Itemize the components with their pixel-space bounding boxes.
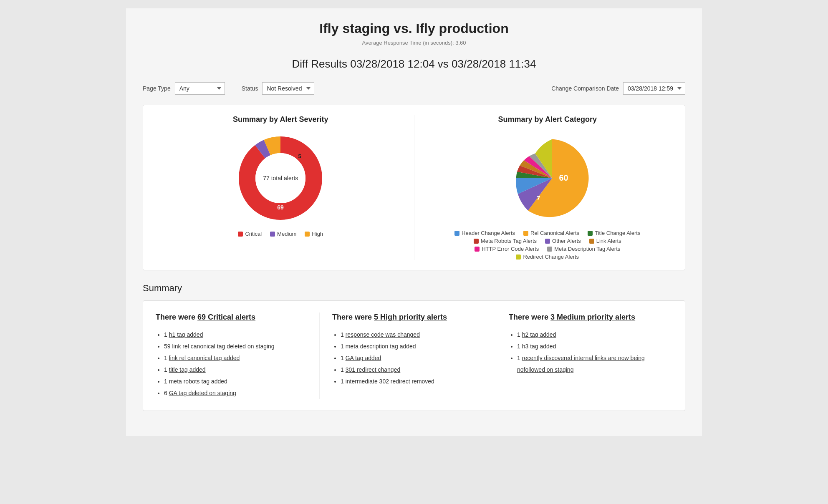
- legend-redirect: Redirect Change Alerts: [516, 254, 579, 260]
- status-select[interactable]: Not Resolved: [262, 82, 314, 95]
- severity-chart-title: Summary by Alert Severity: [156, 115, 406, 124]
- list-item: 1 link rel canonical tag added: [164, 352, 307, 364]
- list-item: 6 GA tag deleted on staging: [164, 387, 307, 399]
- category-legend: Header Change Alerts Rel Canonical Alert…: [423, 230, 673, 260]
- header-label: Header Change Alerts: [462, 230, 515, 236]
- redirect-302-link[interactable]: intermediate 302 redirect removed: [346, 378, 434, 385]
- meta-robots-label: Meta Robots Tag Alerts: [481, 238, 537, 244]
- redirect-301-link[interactable]: 301 redirect changed: [346, 366, 401, 373]
- medium-label: Medium: [277, 231, 296, 237]
- medium-alert-list: 1 h2 tag added 1 h3 tag added 1 recently…: [509, 329, 660, 375]
- cat-legend-row-2: Meta Robots Tag Alerts Other Alerts Link…: [423, 238, 673, 244]
- other-label: Other Alerts: [552, 238, 581, 244]
- h1-tag-link[interactable]: h1 tag added: [169, 331, 203, 338]
- cat-legend-row-3: HTTP Error Code Alerts Meta Description …: [423, 246, 673, 252]
- charts-section: Summary by Alert Severity: [143, 105, 685, 270]
- list-item: 1 h2 tag added: [517, 329, 660, 340]
- title-tag-link[interactable]: title tag added: [169, 366, 206, 373]
- link-rel-canonical-added-link[interactable]: link rel canonical tag added: [169, 355, 240, 361]
- high-count-link[interactable]: 5 High priority alerts: [374, 313, 447, 321]
- high-alert-card: There were 5 High priority alerts 1 resp…: [320, 312, 496, 399]
- medium-alert-card: There were 3 Medium priority alerts 1 h2…: [496, 312, 672, 399]
- list-item: 1 recently discovered internal links are…: [517, 352, 660, 375]
- critical-count-link[interactable]: 69 Critical alerts: [197, 313, 255, 321]
- link-label: Link Alerts: [596, 238, 621, 244]
- severity-chart-panel: Summary by Alert Severity: [156, 115, 406, 260]
- svg-point-4: [255, 153, 305, 203]
- page-type-filter: Page Type Any: [143, 82, 225, 95]
- link-rel-canonical-deleted-link[interactable]: link rel canonical tag deleted on stagin…: [172, 343, 274, 350]
- page-subtitle: Average Response Time (in seconds): 3.60: [143, 40, 685, 46]
- date-label: Change Comparison Date: [551, 85, 619, 92]
- svg-text:7: 7: [536, 194, 540, 202]
- chart-divider: [414, 115, 414, 260]
- summary-section: Summary There were 69 Critical alerts 1 …: [143, 283, 685, 411]
- list-item: 1 response code was changed: [341, 329, 483, 340]
- legend-link: Link Alerts: [589, 238, 621, 244]
- title-dot: [588, 231, 593, 236]
- list-item: 59 link rel canonical tag deleted on sta…: [164, 340, 307, 352]
- canonical-dot: [523, 231, 528, 236]
- cat-legend-row-4: Redirect Change Alerts: [423, 254, 673, 260]
- medium-card-title: There were 3 Medium priority alerts: [509, 312, 660, 322]
- critical-dot: [238, 232, 243, 237]
- medium-count-link[interactable]: 3 Medium priority alerts: [550, 313, 635, 321]
- list-item: 1 meta description tag added: [341, 340, 483, 352]
- high-card-title: There were 5 High priority alerts: [332, 312, 483, 322]
- high-label: High: [312, 231, 323, 237]
- legend-meta-desc: Meta Description Tag Alerts: [547, 246, 620, 252]
- meta-desc-label: Meta Description Tag Alerts: [554, 246, 620, 252]
- list-item: 1 h1 tag added: [164, 329, 307, 340]
- list-item: 1 h3 tag added: [517, 340, 660, 352]
- list-item: 1 meta robots tag added: [164, 375, 307, 387]
- status-filter: Status Not Resolved: [242, 82, 315, 95]
- header-dot: [454, 231, 459, 236]
- date-select[interactable]: 03/28/2018 12:59: [623, 82, 685, 95]
- ga-tag-deleted-link[interactable]: GA tag deleted on staging: [169, 390, 236, 396]
- page-type-select[interactable]: Any: [175, 82, 225, 95]
- legend-title: Title Change Alerts: [588, 230, 640, 236]
- summary-heading: Summary: [143, 283, 685, 294]
- pie-container: 60 7 Header Change Alerts Rel Canonical …: [423, 132, 673, 260]
- meta-desc-tag-link[interactable]: meta description tag added: [346, 343, 416, 350]
- legend-critical: Critical: [238, 231, 262, 237]
- severity-legend: Critical Medium High: [238, 231, 323, 237]
- legend-other: Other Alerts: [545, 238, 581, 244]
- meta-robots-dot: [474, 239, 479, 244]
- list-item: 1 301 redirect changed: [341, 364, 483, 375]
- svg-text:69: 69: [277, 204, 284, 211]
- legend-high: High: [305, 231, 323, 237]
- critical-card-title: There were 69 Critical alerts: [156, 312, 307, 322]
- legend-meta-robots: Meta Robots Tag Alerts: [474, 238, 537, 244]
- ga-tag-added-link[interactable]: GA tag added: [346, 355, 381, 361]
- page-container: Ifly staging vs. Ifly production Average…: [126, 8, 702, 436]
- redirect-dot: [516, 255, 521, 260]
- list-item: 1 title tag added: [164, 364, 307, 375]
- category-chart-panel: Summary by Alert Category: [423, 115, 673, 260]
- category-pie-svg: 60 7: [485, 132, 610, 224]
- redirect-label: Redirect Change Alerts: [523, 254, 579, 260]
- donut-svg-wrapper: 69 5 77 total alerts: [235, 132, 326, 224]
- donut-svg: 69 5: [235, 132, 326, 224]
- legend-header: Header Change Alerts: [454, 230, 515, 236]
- svg-text:5: 5: [298, 153, 301, 159]
- cat-legend-row-1: Header Change Alerts Rel Canonical Alert…: [423, 230, 673, 236]
- donut-container: 69 5 77 total alerts Critical Medium: [156, 132, 406, 237]
- canonical-label: Rel Canonical Alerts: [530, 230, 579, 236]
- response-code-link[interactable]: response code was changed: [346, 331, 420, 338]
- high-dot: [305, 232, 310, 237]
- svg-text:60: 60: [559, 173, 568, 182]
- page-type-label: Page Type: [143, 85, 171, 92]
- legend-canonical: Rel Canonical Alerts: [523, 230, 579, 236]
- other-dot: [545, 239, 550, 244]
- h3-tag-link[interactable]: h3 tag added: [522, 343, 556, 350]
- h2-tag-link[interactable]: h2 tag added: [522, 331, 556, 338]
- nofollow-link[interactable]: recently discovered internal links are n…: [517, 355, 645, 373]
- diff-heading: Diff Results 03/28/2018 12:04 vs 03/28/2…: [143, 58, 685, 71]
- meta-robots-link[interactable]: meta robots tag added: [169, 378, 227, 385]
- critical-label: Critical: [245, 231, 262, 237]
- list-item: 1 intermediate 302 redirect removed: [341, 375, 483, 387]
- critical-alert-list: 1 h1 tag added 59 link rel canonical tag…: [156, 329, 307, 399]
- http-dot: [475, 247, 480, 252]
- title-label: Title Change Alerts: [595, 230, 640, 236]
